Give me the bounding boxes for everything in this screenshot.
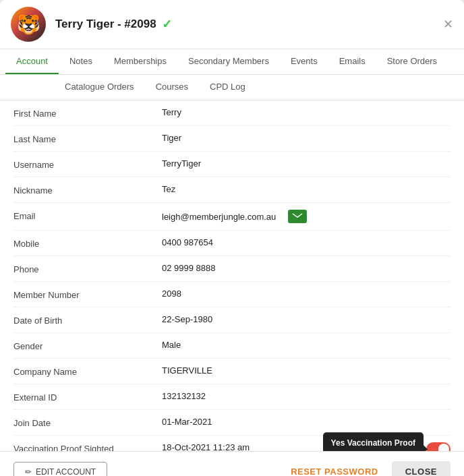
modal-container: 🐯 Terry Tiger - #2098 ✓ ✕ Account Notes … [0,0,464,476]
vaccination-tooltip: Yes Vaccination ProofSighted [323,432,424,451]
field-row: Company NameTIGERVILLE [13,359,451,384]
field-value: 02 9999 8888 [162,263,451,273]
field-row: NicknameTez [13,177,451,203]
field-value: Tiger [162,133,451,143]
close-button[interactable]: CLOSE [392,461,451,476]
field-value: leigh@memberjungle.com.au [162,210,451,223]
field-label: Member Number [13,289,162,300]
field-label: Gender [13,340,162,351]
verified-icon: ✓ [162,17,172,32]
modal-footer: ✏ EDIT ACCOUNT RESET PASSWORD CLOSE [0,451,464,476]
avatar-image: 🐯 [11,7,46,42]
field-value: TerryTiger [162,158,451,169]
member-title: Terry Tiger - #2098 ✓ [55,17,172,32]
member-name: Terry Tiger - #2098 [55,18,156,31]
close-icon[interactable]: ✕ [443,18,453,30]
field-row: Vaccination Proof Sighted18-Oct-2021 11:… [13,436,451,451]
field-value: Tez [162,184,451,194]
field-row: Member Number2098 [13,282,451,307]
tabs-row-1: Account Notes Memberships Secondary Memb… [0,49,464,75]
field-label: Username [13,158,162,170]
field-label: Company Name [13,365,162,377]
avatar: 🐯 [11,7,46,42]
field-label: Vaccination Proof Sighted [13,442,162,451]
field-label: Mobile [13,237,162,249]
field-label: Date of Birth [13,314,162,326]
field-value: TIGERVILLE [162,365,451,376]
field-value: 2098 [162,289,451,299]
field-row: Date of Birth22-Sep-1980 [13,307,451,333]
tab-catalogue-orders[interactable]: Catalogue Orders [54,75,145,100]
tab-notes[interactable]: Notes [59,49,103,74]
field-label: Nickname [13,184,162,196]
modal-header: 🐯 Terry Tiger - #2098 ✓ ✕ [0,0,464,49]
field-value: 132132132 [162,391,451,401]
field-value: Terry [162,107,451,117]
field-row: First NameTerry [13,100,451,126]
tab-store-orders[interactable]: Store Orders [376,49,448,74]
field-value: Male [162,340,451,350]
content-area: First NameTerryLast NameTigerUsernameTer… [0,100,464,451]
field-row: Last NameTiger [13,126,451,152]
field-row: Mobile0400 987654 [13,231,451,256]
edit-account-label: EDIT ACCOUNT [36,467,96,477]
field-label: Email [13,210,162,221]
tabs-row-2: Catalogue Orders Courses CPD Log [0,75,464,100]
field-value: 01-Mar-2021 [162,417,451,427]
field-value: 22-Sep-1980 [162,314,451,324]
edit-icon: ✏ [25,467,32,477]
footer-right: RESET PASSWORD CLOSE [291,461,451,476]
field-row: UsernameTerryTiger [13,152,451,177]
tab-courses[interactable]: Courses [145,75,199,100]
email-icon[interactable] [288,210,307,223]
field-value: 0400 987654 [162,237,451,247]
field-row: External ID132132132 [13,384,451,410]
edit-account-button[interactable]: ✏ EDIT ACCOUNT [13,462,107,477]
tab-memberships[interactable]: Memberships [103,49,177,74]
field-row: Phone02 9999 8888 [13,256,451,282]
vaccination-toggle[interactable] [426,442,451,451]
tab-emails[interactable]: Emails [328,49,376,74]
field-label: First Name [13,107,162,119]
svg-rect-0 [292,212,303,220]
field-label: Phone [13,263,162,274]
tab-secondary-members[interactable]: Secondary Members [177,49,280,74]
field-label: Last Name [13,133,162,144]
tab-events[interactable]: Events [280,49,328,74]
field-label: Join Date [13,417,162,428]
field-row: Emailleigh@memberjungle.com.au [13,203,451,231]
field-label: External ID [13,391,162,403]
field-row: GenderMale [13,333,451,359]
reset-password-button[interactable]: RESET PASSWORD [291,467,378,476]
tab-account[interactable]: Account [5,49,59,74]
tab-cpd-log[interactable]: CPD Log [199,75,256,100]
